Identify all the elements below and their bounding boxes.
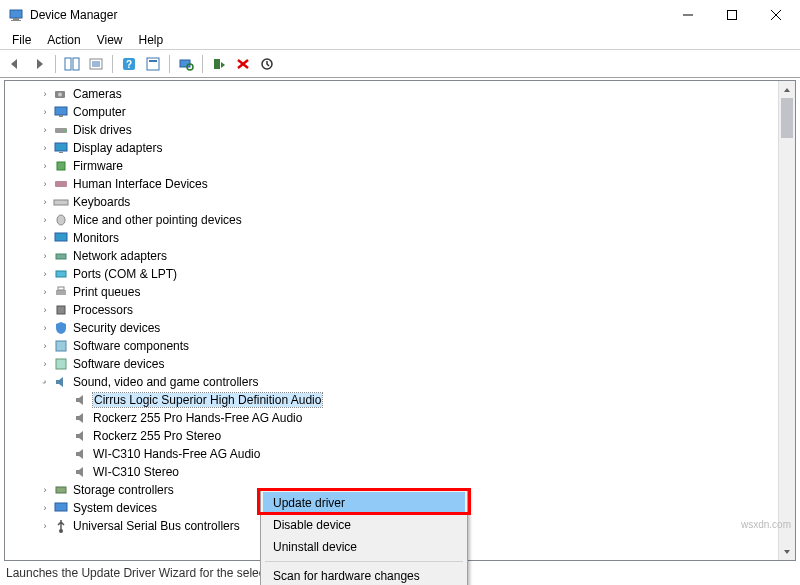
- tree-label: Sound, video and game controllers: [73, 375, 258, 389]
- svg-rect-1: [13, 18, 19, 20]
- tree-node-monitors[interactable]: ›Monitors: [9, 229, 791, 247]
- tree-view[interactable]: ›Cameras ›Computer ›Disk drives ›Display…: [4, 80, 796, 561]
- chevron-right-icon[interactable]: ›: [39, 520, 51, 532]
- tree-label: Cameras: [73, 87, 122, 101]
- chevron-right-icon[interactable]: ›: [39, 268, 51, 280]
- tree-node-sound[interactable]: ›Sound, video and game controllers: [9, 373, 791, 391]
- svg-rect-25: [55, 107, 67, 115]
- svg-rect-41: [56, 341, 66, 351]
- minimize-button[interactable]: [666, 1, 710, 29]
- keyboard-icon: [53, 194, 69, 210]
- chevron-right-icon[interactable]: ›: [39, 340, 51, 352]
- tree-node-wic-hf[interactable]: WI-C310 Hands-Free AG Audio: [9, 445, 791, 463]
- ctx-uninstall-device[interactable]: Uninstall device: [263, 536, 465, 558]
- ctx-update-driver[interactable]: Update driver: [263, 492, 465, 514]
- monitor-icon: [53, 230, 69, 246]
- show-hide-button[interactable]: [61, 53, 83, 75]
- tree-node-print-queues[interactable]: ›Print queues: [9, 283, 791, 301]
- tree-node-processors[interactable]: ›Processors: [9, 301, 791, 319]
- cpu-icon: [53, 302, 69, 318]
- back-button[interactable]: [4, 53, 26, 75]
- toolbar-separator: [202, 55, 203, 73]
- chevron-right-icon[interactable]: ›: [39, 160, 51, 172]
- tree-label: Firmware: [73, 159, 123, 173]
- spacer: [59, 430, 71, 442]
- tree-node-hid[interactable]: ›Human Interface Devices: [9, 175, 791, 193]
- tree-node-rockerz-hf[interactable]: Rockerz 255 Pro Hands-Free AG Audio: [9, 409, 791, 427]
- tree-label: Processors: [73, 303, 133, 317]
- scroll-thumb[interactable]: [781, 98, 793, 138]
- help-button[interactable]: ?: [118, 53, 140, 75]
- tree-node-cameras[interactable]: ›Cameras: [9, 85, 791, 103]
- update-driver-button[interactable]: [256, 53, 278, 75]
- svg-rect-2: [11, 20, 21, 21]
- chevron-right-icon[interactable]: ›: [39, 358, 51, 370]
- tree-label: Rockerz 255 Pro Hands-Free AG Audio: [93, 411, 302, 425]
- tree-label: Human Interface Devices: [73, 177, 208, 191]
- tree-node-network[interactable]: ›Network adapters: [9, 247, 791, 265]
- svg-rect-7: [65, 58, 71, 70]
- tree-node-ports[interactable]: ›Ports (COM & LPT): [9, 265, 791, 283]
- tree-label: Universal Serial Bus controllers: [73, 519, 240, 533]
- speaker-icon: [73, 446, 89, 462]
- properties-button[interactable]: [85, 53, 107, 75]
- disable-device-button[interactable]: [232, 53, 254, 75]
- chevron-right-icon[interactable]: ›: [39, 106, 51, 118]
- svg-rect-43: [56, 487, 66, 493]
- menu-view[interactable]: View: [89, 31, 131, 49]
- chevron-right-icon[interactable]: ›: [39, 142, 51, 154]
- chevron-right-icon[interactable]: ›: [39, 484, 51, 496]
- ctx-disable-device[interactable]: Disable device: [263, 514, 465, 536]
- menu-help[interactable]: Help: [131, 31, 172, 49]
- tree-label: Monitors: [73, 231, 119, 245]
- chevron-right-icon[interactable]: ›: [39, 88, 51, 100]
- menu-file[interactable]: File: [4, 31, 39, 49]
- tree-node-wic-st[interactable]: WI-C310 Stereo: [9, 463, 791, 481]
- system-icon: [53, 500, 69, 516]
- spacer: [59, 448, 71, 460]
- menu-action[interactable]: Action: [39, 31, 88, 49]
- enable-device-button[interactable]: [208, 53, 230, 75]
- tree-node-cirrus[interactable]: Cirrus Logic Superior High Definition Au…: [9, 391, 791, 409]
- tree-label: Storage controllers: [73, 483, 174, 497]
- chevron-right-icon[interactable]: ›: [39, 196, 51, 208]
- port-icon: [53, 266, 69, 282]
- chevron-right-icon[interactable]: ›: [39, 502, 51, 514]
- chevron-right-icon[interactable]: ›: [39, 214, 51, 226]
- chevron-down-icon[interactable]: ›: [37, 374, 54, 391]
- spacer: [59, 412, 71, 424]
- ctx-scan[interactable]: Scan for hardware changes: [263, 565, 465, 585]
- chevron-right-icon[interactable]: ›: [39, 286, 51, 298]
- tree-node-software-devices[interactable]: ›Software devices: [9, 355, 791, 373]
- tree-node-security[interactable]: ›Security devices: [9, 319, 791, 337]
- tree-node-keyboards[interactable]: ›Keyboards: [9, 193, 791, 211]
- svg-rect-33: [54, 200, 68, 205]
- tree-label: Network adapters: [73, 249, 167, 263]
- vertical-scrollbar[interactable]: [778, 81, 795, 560]
- scroll-up-icon[interactable]: [779, 81, 795, 98]
- chevron-right-icon[interactable]: ›: [39, 304, 51, 316]
- scroll-down-icon[interactable]: [779, 543, 795, 560]
- maximize-button[interactable]: [710, 1, 754, 29]
- scan-hardware-button[interactable]: [175, 53, 197, 75]
- chevron-right-icon[interactable]: ›: [39, 322, 51, 334]
- tree-label: Disk drives: [73, 123, 132, 137]
- chevron-right-icon[interactable]: ›: [39, 250, 51, 262]
- chevron-right-icon[interactable]: ›: [39, 232, 51, 244]
- watermark: wsxdn.com: [741, 519, 791, 530]
- tree-node-mice[interactable]: ›Mice and other pointing devices: [9, 211, 791, 229]
- chevron-right-icon[interactable]: ›: [39, 124, 51, 136]
- forward-button[interactable]: [28, 53, 50, 75]
- tree-node-software-components[interactable]: ›Software components: [9, 337, 791, 355]
- tree-node-display-adapters[interactable]: ›Display adapters: [9, 139, 791, 157]
- tree-node-computer[interactable]: ›Computer: [9, 103, 791, 121]
- tree-node-rockerz-st[interactable]: Rockerz 255 Pro Stereo: [9, 427, 791, 445]
- action-button[interactable]: [142, 53, 164, 75]
- tree-node-disk-drives[interactable]: ›Disk drives: [9, 121, 791, 139]
- close-button[interactable]: [754, 1, 798, 29]
- component-icon: [53, 338, 69, 354]
- svg-point-24: [58, 93, 62, 97]
- chevron-right-icon[interactable]: ›: [39, 178, 51, 190]
- tree-node-firmware[interactable]: ›Firmware: [9, 157, 791, 175]
- speaker-icon: [73, 410, 89, 426]
